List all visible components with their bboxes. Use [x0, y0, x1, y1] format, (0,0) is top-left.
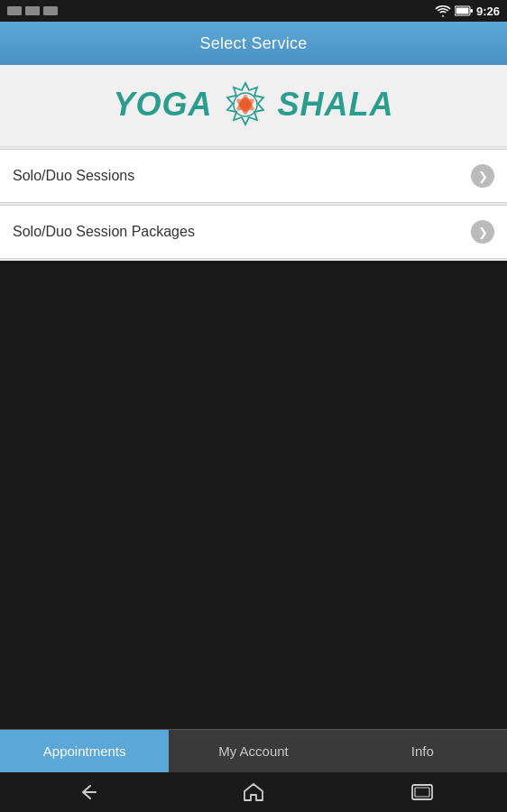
battery-icon [455, 5, 473, 16]
status-bar-left [7, 6, 58, 15]
tab-appointments[interactable]: Appointments [0, 730, 169, 772]
status-bar: 9:26 [0, 0, 507, 22]
sms-icon [25, 6, 40, 15]
logo-area: YOGA SHALA [0, 65, 507, 147]
menu-item-label-solo-duo-session-packages: Solo/Duo Session Packages [13, 224, 195, 240]
main-content: YOGA SHALA S [0, 65, 507, 261]
tab-my-account[interactable]: My Account [169, 730, 337, 772]
home-button[interactable] [226, 774, 281, 810]
status-bar-right: 9:26 [435, 5, 500, 18]
menu-item-solo-duo-sessions[interactable]: Solo/Duo Sessions ❯ [0, 149, 507, 203]
logo-text-right: SHALA [278, 86, 394, 124]
mail-icon [7, 6, 22, 15]
tab-bar: Appointments My Account Info [0, 729, 507, 772]
nav-bar [0, 772, 507, 812]
svg-rect-15 [415, 788, 429, 797]
tab-my-account-label: My Account [218, 743, 289, 759]
menu-list: Solo/Duo Sessions ❯ Solo/Duo Session Pac… [0, 147, 507, 261]
chevron-right-icon-sessions: ❯ [471, 164, 494, 188]
app-icon [43, 6, 58, 15]
tab-info-label: Info [411, 743, 434, 759]
svg-rect-1 [470, 9, 473, 13]
app-header: Select Service [0, 22, 507, 65]
back-button[interactable] [58, 774, 112, 810]
tab-appointments-label: Appointments [43, 743, 126, 759]
logo-text-left: YOGA [113, 86, 212, 124]
menu-item-solo-duo-session-packages[interactable]: Solo/Duo Session Packages ❯ [0, 205, 507, 259]
status-time: 9:26 [476, 5, 500, 18]
app-header-title: Select Service [199, 34, 307, 53]
wifi-icon [435, 5, 451, 17]
menu-item-label-solo-duo-sessions: Solo/Duo Sessions [13, 168, 134, 184]
chevron-right-icon-packages: ❯ [471, 220, 494, 244]
logo-emblem [222, 81, 269, 128]
tab-info[interactable]: Info [338, 730, 507, 772]
recents-button[interactable] [395, 774, 449, 810]
svg-rect-2 [456, 8, 468, 14]
logo-container: YOGA SHALA [113, 81, 393, 128]
